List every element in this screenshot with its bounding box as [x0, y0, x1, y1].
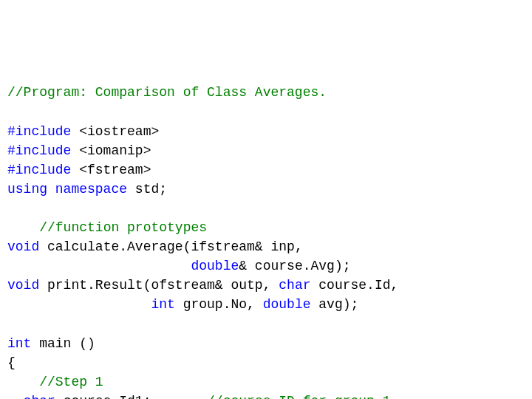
- code-line: [7, 102, 525, 121]
- code-line: int main (): [7, 334, 525, 353]
- keyword-token: double: [263, 297, 311, 312]
- text-token: & course.Avg);: [239, 259, 350, 273]
- text-token: <iomanip>: [79, 143, 151, 158]
- text-token: {: [7, 355, 16, 370]
- text-token: [7, 259, 191, 273]
- code-line: //Step 1: [7, 372, 525, 392]
- keyword-token: void: [7, 278, 39, 293]
- keyword-token: void: [7, 239, 39, 254]
- text-token: calculate.Average(ifstream& inp,: [39, 239, 302, 254]
- text-token: <iostream>: [79, 124, 159, 139]
- text-token: group.No,: [175, 297, 263, 312]
- comment-token: //course ID for group 1: [207, 394, 390, 399]
- code-line: void calculate.Average(ifstream& inp,: [7, 237, 525, 256]
- code-line: //function prototypes: [7, 218, 525, 237]
- text-token: [7, 394, 24, 399]
- code-line: using namespace std;: [7, 180, 525, 199]
- keyword-token: double: [191, 259, 239, 273]
- text-token: course.Id1;: [55, 394, 207, 399]
- code-block: //Program: Comparison of Class Averages.…: [7, 83, 525, 399]
- code-line: [7, 315, 525, 334]
- text-token: main (): [31, 336, 95, 351]
- keyword-token: char: [24, 394, 55, 399]
- text-token: std;: [127, 182, 167, 197]
- code-line: #include <iomanip>: [7, 141, 525, 160]
- keyword-token: using namespace: [7, 182, 127, 197]
- text-token: [7, 220, 39, 235]
- code-line: void print.Result(ofstream& outp, char c…: [7, 276, 525, 295]
- comment-token: //function prototypes: [39, 220, 207, 235]
- code-line: [7, 199, 525, 218]
- text-token: <fstream>: [79, 163, 151, 177]
- code-line: //Program: Comparison of Class Averages.: [7, 83, 525, 102]
- comment-token: //Step 1: [39, 375, 103, 389]
- code-line: char course.Id1; //course ID for group 1: [7, 392, 525, 399]
- keyword-token: int: [151, 297, 174, 312]
- code-line: #include <fstream>: [7, 160, 525, 180]
- text-token: course.Id,: [311, 278, 399, 293]
- keyword-token: char: [279, 278, 310, 293]
- text-token: [7, 297, 151, 312]
- keyword-token: int: [7, 336, 31, 351]
- code-line: #include <iostream>: [7, 122, 525, 141]
- text-token: print.Result(ofstream& outp,: [39, 278, 279, 293]
- text-token: [7, 375, 39, 389]
- keyword-token: #include: [7, 143, 79, 158]
- code-line: int group.No, double avg);: [7, 295, 525, 314]
- keyword-token: #include: [7, 124, 79, 139]
- code-line: {: [7, 353, 525, 372]
- code-line: double& course.Avg);: [7, 256, 525, 276]
- comment-token: //Program: Comparison of Class Averages.: [7, 85, 327, 100]
- keyword-token: #include: [7, 163, 79, 177]
- text-token: avg);: [310, 297, 358, 312]
